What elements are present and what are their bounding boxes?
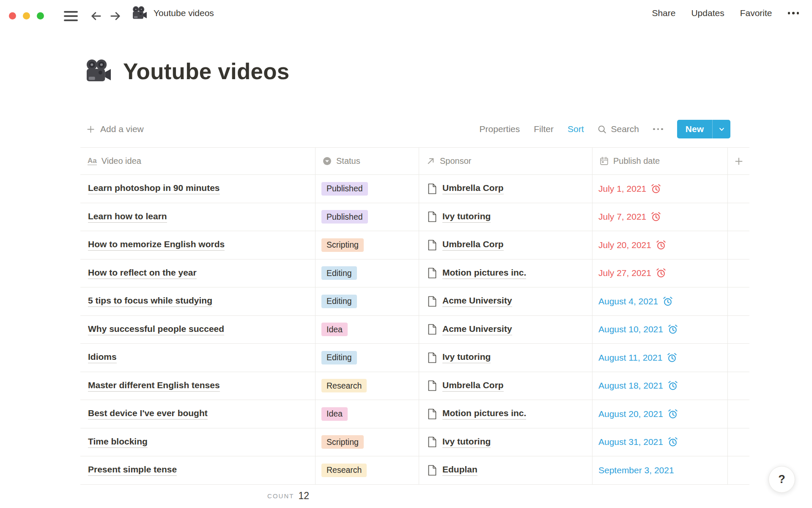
video-idea-link[interactable]: How to reflect on the year <box>88 268 197 279</box>
status-cell[interactable]: Published <box>315 203 419 231</box>
sponsor-cell[interactable]: Umbrella Corp <box>419 372 592 400</box>
new-button[interactable]: New <box>677 120 730 138</box>
forward-arrow-icon[interactable] <box>109 10 122 22</box>
sponsor-link[interactable]: Umbrella Corp <box>442 239 504 251</box>
new-button-label[interactable]: New <box>677 120 712 138</box>
video-idea-link[interactable]: 5 tips to focus while studying <box>88 295 212 307</box>
status-cell[interactable]: Published <box>315 175 419 203</box>
sponsor-link[interactable]: Ivy tutoring <box>442 436 491 448</box>
sidebar-toggle-icon[interactable] <box>64 11 78 21</box>
status-pill[interactable]: Idea <box>321 407 348 421</box>
status-cell[interactable]: Idea <box>315 316 419 344</box>
filter-button[interactable]: Filter <box>534 124 554 134</box>
sponsor-link[interactable]: Ivy tutoring <box>442 211 491 223</box>
sponsor-link[interactable]: Motion pictures inc. <box>442 268 526 279</box>
video-idea-cell[interactable]: Time blocking <box>80 428 315 456</box>
video-idea-link[interactable]: Master different English tenses <box>88 380 220 392</box>
sponsor-link[interactable]: Umbrella Corp <box>442 183 504 194</box>
status-cell[interactable]: Research <box>315 372 419 400</box>
add-view-button[interactable]: Add a view <box>80 124 144 134</box>
search-button[interactable]: Search <box>598 124 639 134</box>
sponsor-cell[interactable]: Acme University <box>419 316 592 344</box>
new-dropdown-button[interactable] <box>712 120 730 138</box>
properties-button[interactable]: Properties <box>480 124 520 134</box>
help-button[interactable]: ? <box>768 466 795 493</box>
column-header-status[interactable]: Status <box>315 148 419 174</box>
sponsor-cell[interactable]: Ivy tutoring <box>419 428 592 456</box>
status-pill[interactable]: Research <box>321 464 367 477</box>
publish-date-cell[interactable]: September 3, 2021 <box>592 456 727 484</box>
status-pill[interactable]: Research <box>321 379 367 392</box>
publish-date-cell[interactable]: August 31, 2021 <box>592 428 727 456</box>
video-idea-link[interactable]: Time blocking <box>88 436 148 448</box>
status-cell[interactable]: Research <box>315 456 419 484</box>
status-cell[interactable]: Idea <box>315 400 419 428</box>
sponsor-cell[interactable]: Motion pictures inc. <box>419 400 592 428</box>
publish-date-cell[interactable]: July 7, 2021 <box>592 203 727 231</box>
video-idea-cell[interactable]: Idioms <box>80 344 315 372</box>
column-header-publish-date[interactable]: Publish date <box>592 148 727 174</box>
video-idea-cell[interactable]: Master different English tenses <box>80 372 315 400</box>
sort-button[interactable]: Sort <box>568 124 584 134</box>
publish-date-cell[interactable]: August 11, 2021 <box>592 344 727 372</box>
video-idea-link[interactable]: Learn photoshop in 90 minutes <box>88 183 220 194</box>
window-zoom-button[interactable] <box>37 12 44 19</box>
status-pill[interactable]: Scripting <box>321 435 364 449</box>
status-pill[interactable]: Idea <box>321 323 348 336</box>
publish-date-cell[interactable]: July 1, 2021 <box>592 175 727 203</box>
sponsor-cell[interactable]: Acme University <box>419 287 592 315</box>
video-idea-cell[interactable]: How to reflect on the year <box>80 260 315 287</box>
page-title[interactable]: Youtube videos <box>123 58 289 84</box>
video-idea-cell[interactable]: Present simple tense <box>80 456 315 484</box>
status-cell[interactable]: Editing <box>315 287 419 315</box>
sponsor-link[interactable]: Umbrella Corp <box>442 380 504 392</box>
breadcrumb[interactable]: Youtube videos <box>132 0 214 26</box>
sponsor-link[interactable]: Acme University <box>442 295 512 307</box>
publish-date-cell[interactable]: August 20, 2021 <box>592 400 727 428</box>
window-minimize-button[interactable] <box>23 12 30 19</box>
sponsor-cell[interactable]: Umbrella Corp <box>419 231 592 259</box>
sponsor-link[interactable]: Eduplan <box>442 464 477 476</box>
video-idea-cell[interactable]: Learn photoshop in 90 minutes <box>80 175 315 203</box>
video-idea-cell[interactable]: Learn how to learn <box>80 203 315 231</box>
status-pill[interactable]: Published <box>321 210 368 224</box>
status-pill[interactable]: Scripting <box>321 238 364 252</box>
status-cell[interactable]: Scripting <box>315 428 419 456</box>
video-idea-cell[interactable]: 5 tips to focus while studying <box>80 287 315 315</box>
back-arrow-icon[interactable] <box>90 10 102 22</box>
video-idea-cell[interactable]: How to memorize English words <box>80 231 315 259</box>
video-idea-link[interactable]: Why successful people succeed <box>88 324 224 335</box>
video-idea-cell[interactable]: Best device I've ever bought <box>80 400 315 428</box>
video-idea-link[interactable]: Learn how to learn <box>88 211 167 223</box>
sponsor-cell[interactable]: Eduplan <box>419 456 592 484</box>
publish-date-cell[interactable]: August 10, 2021 <box>592 316 727 344</box>
sponsor-cell[interactable]: Ivy tutoring <box>419 203 592 231</box>
video-idea-link[interactable]: Best device I've ever bought <box>88 408 208 420</box>
video-idea-cell[interactable]: Why successful people succeed <box>80 316 315 344</box>
more-menu-icon[interactable] <box>788 12 799 14</box>
status-cell[interactable]: Editing <box>315 260 419 287</box>
breadcrumb-title[interactable]: Youtube videos <box>154 8 214 18</box>
publish-date-cell[interactable]: July 27, 2021 <box>592 260 727 287</box>
sponsor-link[interactable]: Motion pictures inc. <box>442 408 526 420</box>
publish-date-cell[interactable]: July 20, 2021 <box>592 231 727 259</box>
sponsor-cell[interactable]: Umbrella Corp <box>419 175 592 203</box>
status-pill[interactable]: Editing <box>321 266 357 280</box>
share-button[interactable]: Share <box>652 8 675 18</box>
publish-date-cell[interactable]: August 4, 2021 <box>592 287 727 315</box>
sponsor-cell[interactable]: Ivy tutoring <box>419 344 592 372</box>
video-idea-link[interactable]: How to memorize English words <box>88 239 225 251</box>
publish-date-cell[interactable]: August 18, 2021 <box>592 372 727 400</box>
sponsor-cell[interactable]: Motion pictures inc. <box>419 260 592 287</box>
sponsor-link[interactable]: Acme University <box>442 324 512 335</box>
column-header-video-idea[interactable]: Aa Video idea <box>80 148 315 174</box>
status-pill[interactable]: Editing <box>321 295 357 308</box>
status-cell[interactable]: Scripting <box>315 231 419 259</box>
status-cell[interactable]: Editing <box>315 344 419 372</box>
video-idea-link[interactable]: Present simple tense <box>88 464 177 476</box>
view-options-icon[interactable] <box>653 128 663 130</box>
window-close-button[interactable] <box>9 12 16 19</box>
video-idea-link[interactable]: Idioms <box>88 352 117 363</box>
column-header-sponsor[interactable]: Sponsor <box>419 148 592 174</box>
sponsor-link[interactable]: Ivy tutoring <box>442 352 491 363</box>
